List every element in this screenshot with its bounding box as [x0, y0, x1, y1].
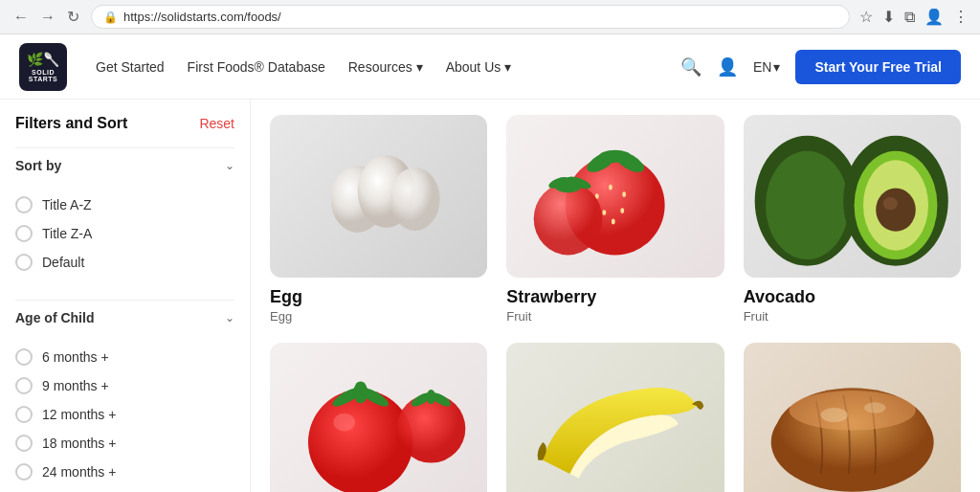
- address-bar[interactable]: 🔒 https://solidstarts.com/foods/: [91, 5, 850, 29]
- sort-za-label: Title Z-A: [42, 226, 92, 241]
- age-9m-radio[interactable]: [15, 377, 33, 394]
- age-section-label: Age of Child: [15, 310, 94, 325]
- age-24months[interactable]: 24 months +: [15, 458, 234, 486]
- food-name-egg: Egg: [270, 287, 487, 307]
- svg-point-28: [333, 414, 355, 432]
- sidebar: Filters and Sort Reset Sort by ⌄ Title A…: [0, 100, 251, 492]
- sort-za-radio[interactable]: [15, 225, 33, 242]
- sort-section-label: Sort by: [15, 158, 61, 173]
- reset-filters-link[interactable]: Reset: [199, 116, 234, 131]
- download-icon[interactable]: ⬇: [880, 6, 897, 28]
- bread-svg: [744, 343, 961, 492]
- age-6m-label: 6 months +: [42, 349, 109, 365]
- food-card-avocado[interactable]: Avocado Fruit: [744, 115, 961, 324]
- svg-point-22: [876, 189, 916, 232]
- food-image-avocado: [744, 115, 961, 278]
- svg-point-12: [612, 219, 615, 225]
- lang-chevron-icon: ▾: [773, 59, 780, 75]
- sidebar-title: Filters and Sort: [15, 115, 127, 132]
- sort-title-az[interactable]: Title A-Z: [15, 190, 234, 219]
- age-3years[interactable]: 3 years +: [15, 486, 234, 492]
- nav-actions: 🔍 👤 EN ▾ Start Your Free Trial: [680, 50, 961, 84]
- food-category-strawberry: Fruit: [506, 309, 724, 324]
- language-selector[interactable]: EN ▾: [753, 59, 780, 75]
- food-card-banana[interactable]: Banana Fruit: [506, 343, 724, 492]
- avocado-svg: [744, 115, 961, 278]
- svg-point-11: [621, 208, 625, 213]
- svg-point-23: [882, 197, 897, 210]
- svg-point-36: [820, 408, 847, 422]
- svg-point-18: [766, 151, 849, 259]
- age-12months[interactable]: 12 months +: [15, 400, 234, 429]
- main-layout: Filters and Sort Reset Sort by ⌄ Title A…: [0, 100, 980, 492]
- food-image-bread: [744, 343, 961, 492]
- age-9months[interactable]: 9 months +: [15, 371, 234, 400]
- bookmark-icon[interactable]: ☆: [858, 6, 875, 28]
- forward-button[interactable]: →: [36, 7, 59, 28]
- food-name-strawberry: Strawberry: [506, 287, 724, 307]
- profile-icon[interactable]: 👤: [923, 6, 946, 28]
- browser-actions: ☆ ⬇ ⧉ 👤 ⋮: [858, 6, 970, 28]
- svg-point-37: [864, 402, 886, 413]
- sort-chevron-icon: ⌄: [225, 159, 234, 172]
- refresh-button[interactable]: ↻: [63, 6, 83, 28]
- logo-text-solid: SOLID: [32, 69, 55, 76]
- svg-point-10: [603, 210, 607, 215]
- strawberry-svg: [506, 115, 724, 278]
- age-6months[interactable]: 6 months +: [15, 343, 234, 371]
- url-text: https://solidstarts.com/foods/: [123, 10, 281, 24]
- sort-title-za[interactable]: Title Z-A: [15, 219, 234, 248]
- resources-chevron-icon: ▾: [416, 59, 423, 75]
- site-navigation: 🌿🥄 SOLID STARTS Get Started First Foods®…: [0, 34, 980, 100]
- banana-svg: [506, 343, 724, 492]
- food-grid: Egg Egg: [270, 115, 961, 492]
- svg-point-8: [609, 185, 612, 190]
- age-24m-radio[interactable]: [15, 463, 33, 481]
- sort-section: Sort by ⌄ Title A-Z Title Z-A Default: [15, 147, 234, 284]
- age-section-header[interactable]: Age of Child ⌄: [15, 300, 234, 335]
- age-18m-radio[interactable]: [15, 435, 33, 452]
- food-card-strawberry[interactable]: Strawberry Fruit: [506, 115, 724, 324]
- food-card-bread[interactable]: Bread Grain: [744, 343, 961, 492]
- search-button[interactable]: 🔍: [680, 56, 702, 78]
- food-name-avocado: Avocado: [744, 287, 961, 307]
- age-12m-label: 12 months +: [42, 407, 116, 422]
- food-card-tomato[interactable]: Tomato Vegetable: [270, 343, 487, 492]
- start-trial-button[interactable]: Start Your Free Trial: [795, 50, 961, 84]
- sidebar-header: Filters and Sort Reset: [15, 115, 234, 132]
- nav-resources[interactable]: Resources ▾: [348, 59, 423, 75]
- extensions-icon[interactable]: ⧉: [902, 7, 917, 28]
- svg-point-29: [397, 394, 466, 463]
- account-button[interactable]: 👤: [717, 56, 738, 78]
- food-category-egg: Egg: [270, 309, 487, 324]
- svg-point-9: [623, 191, 627, 197]
- nav-first-foods-database[interactable]: First Foods® Database: [188, 59, 325, 75]
- sort-az-radio[interactable]: [15, 196, 33, 213]
- sort-section-header[interactable]: Sort by ⌄: [15, 147, 234, 183]
- browser-nav-buttons: ← → ↻: [10, 6, 83, 28]
- sort-az-label: Title A-Z: [42, 197, 92, 212]
- age-24m-label: 24 months +: [42, 464, 116, 480]
- age-6m-radio[interactable]: [15, 348, 33, 366]
- sort-default[interactable]: Default: [15, 248, 234, 277]
- more-icon[interactable]: ⋮: [951, 6, 970, 28]
- nav-get-started[interactable]: Get Started: [96, 59, 165, 75]
- site-logo[interactable]: 🌿🥄 SOLID STARTS: [19, 43, 67, 91]
- back-button[interactable]: ←: [10, 7, 33, 28]
- svg-point-24: [308, 390, 413, 492]
- age-chevron-icon: ⌄: [225, 311, 234, 324]
- nav-about-us[interactable]: About Us ▾: [446, 59, 512, 75]
- lock-icon: 🔒: [103, 11, 118, 24]
- food-card-egg[interactable]: Egg Egg: [270, 115, 487, 324]
- sort-default-label: Default: [42, 255, 84, 270]
- age-options: 6 months + 9 months + 12 months + 18 mon…: [15, 335, 234, 492]
- age-18months[interactable]: 18 months +: [15, 429, 234, 458]
- age-section: Age of Child ⌄ 6 months + 9 months + 12 …: [15, 300, 234, 492]
- browser-chrome: ← → ↻ 🔒 https://solidstarts.com/foods/ ☆…: [0, 0, 980, 34]
- sort-default-radio[interactable]: [15, 254, 33, 271]
- age-9m-label: 9 months +: [42, 378, 109, 393]
- egg-svg: [270, 115, 487, 278]
- age-12m-radio[interactable]: [15, 406, 33, 423]
- svg-point-2: [390, 168, 440, 231]
- food-image-banana: [506, 343, 724, 492]
